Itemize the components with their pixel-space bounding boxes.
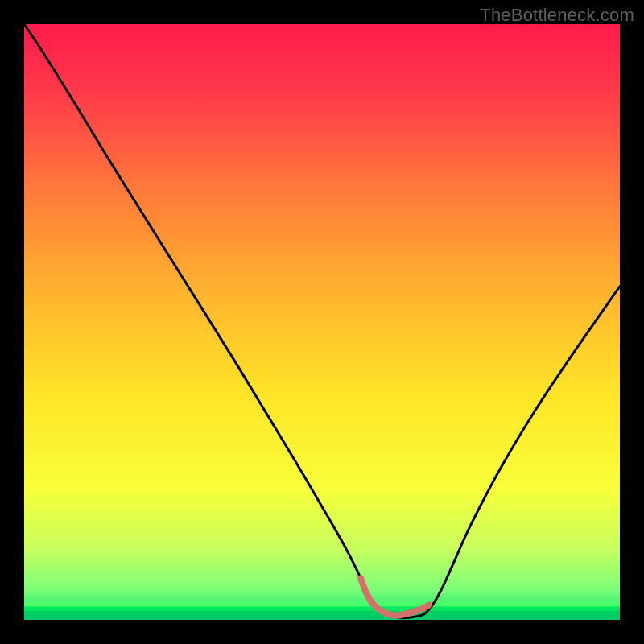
curve-layer [24,24,620,620]
plot-area [24,24,620,620]
chart-frame: TheBottleneck.com [0,0,644,644]
watermark-text: TheBottleneck.com [480,5,634,26]
bottleneck-curve [24,24,620,618]
valley-highlight [361,578,429,616]
